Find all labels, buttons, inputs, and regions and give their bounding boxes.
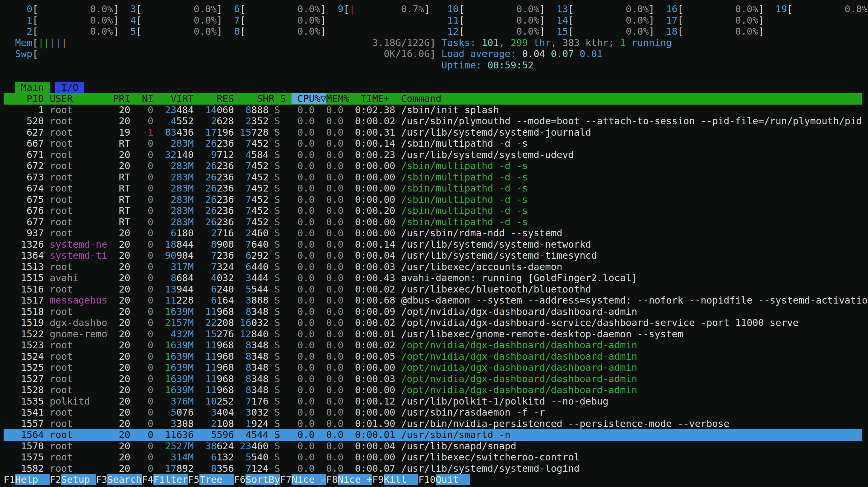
fkey-f5-button[interactable]: Tree	[199, 474, 234, 485]
process-row-675[interactable]: 675 root RT 0 283M 26236 7452 S 0.0 0.0 …	[4, 194, 868, 205]
pid-cell: 1513	[4, 261, 44, 272]
user-cell: root	[50, 171, 107, 183]
shr-cell: 7176	[240, 396, 269, 407]
res-cell: 11968	[199, 362, 234, 373]
process-row-1523[interactable]: 1523 root 20 0 1639M 11968 8348 S 0.0 0.…	[4, 340, 868, 351]
res-cell: 7324	[199, 261, 234, 272]
col-header-shr[interactable]: SHR	[240, 93, 275, 104]
fkey-f7-button[interactable]: Nice -	[291, 474, 326, 485]
meter-open-bracket: [	[678, 26, 683, 37]
mem-pct-cell: 0.0	[320, 138, 344, 149]
process-row-1515[interactable]: 1515 avahi 20 0 8684 4032 3444 S 0.0 0.0…	[4, 272, 868, 284]
fkey-f8-button[interactable]: Nice +	[338, 474, 372, 485]
process-row-1570[interactable]: 1570 root 20 0 2527M 38624 23460 S 0.0 0…	[4, 441, 868, 452]
htop-terminal: 0[ 0.0%] 3[ 0.0%] 6[ 0.0%] 9[| 0.7%] 10[…	[0, 0, 868, 487]
shr-cell: 7452	[240, 160, 269, 171]
process-row-1535[interactable]: 1535 polkitd 20 0 376M 10252 7176 S 0.0 …	[4, 396, 868, 407]
fkey-f3-button[interactable]: Search	[107, 474, 142, 485]
cpu-meter-pct: 0.0%	[516, 14, 539, 26]
process-row-1524[interactable]: 1524 root 20 0 1639M 11968 8348 S 0.0 0.…	[4, 351, 868, 362]
pid-cell: 677	[4, 216, 44, 228]
process-row-672[interactable]: 672 root 20 0 283M 26236 7452 S 0.0 0.0 …	[4, 160, 868, 172]
nice-cell: 0	[136, 216, 153, 228]
fkey-f10-button[interactable]: Quit	[436, 474, 470, 485]
mem-pct-cell: 0.0	[320, 250, 344, 261]
fkey-f4-button[interactable]: Filter	[153, 474, 188, 485]
mem-pct-cell: 0.0	[320, 149, 344, 160]
command-cell: /usr/sbin/rdma-ndd --systemd	[401, 227, 562, 239]
user-cell: root	[50, 127, 107, 138]
priority-cell: RT	[113, 183, 130, 194]
cpu-meter-9: 9[| 0.7%]	[326, 3, 430, 14]
state-cell: S	[274, 362, 280, 373]
priority-cell: 20	[113, 239, 130, 250]
process-row-676[interactable]: 676 root RT 0 283M 26236 7452 S 0.0 0.0 …	[4, 205, 868, 217]
process-row-627[interactable]: 627 root 19 -1 83436 17196 15728 S 0.0 0…	[4, 127, 868, 138]
meter-close-bracket: ]	[539, 14, 545, 26]
cpu-meter-8: 8[ 0.0%]	[222, 26, 326, 37]
command-cell: /usr/lib/snapd/snapd	[401, 441, 516, 452]
fkey-f1-button[interactable]: Help	[15, 474, 50, 485]
col-header-virt[interactable]: VIRT	[159, 93, 194, 104]
process-row-1541[interactable]: 1541 root 20 0 5076 3404 3032 S 0.0 0.0 …	[4, 407, 868, 418]
nice-cell: 0	[136, 138, 153, 149]
process-row-1575[interactable]: 1575 root 20 0 314M 6132 5540 S 0.0 0.0 …	[4, 452, 868, 463]
fkey-f2-button[interactable]: Setup	[61, 474, 96, 485]
process-row-1517[interactable]: 1517 messagebus 20 0 11228 6164 3888 S 0…	[4, 295, 868, 306]
res-cell: 22208	[199, 317, 234, 328]
col-header-ni[interactable]: NI	[136, 93, 153, 104]
cpu-pct-cell: 0.0	[286, 441, 315, 452]
process-row-1513[interactable]: 1513 root 20 0 317M 7324 6440 S 0.0 0.0 …	[4, 261, 868, 273]
meter-open-bracket: [	[136, 14, 142, 26]
process-row-1519[interactable]: 1519 dgx-dashbo 20 0 2157M 22208 16032 S…	[4, 317, 868, 329]
process-row-1525[interactable]: 1525 root 20 0 1639M 11968 8348 S 0.0 0.…	[4, 362, 868, 374]
tab-main[interactable]: Main	[15, 82, 50, 93]
cpu-pct-cell: 0.0	[286, 138, 315, 149]
tab-io[interactable]: I/O	[55, 82, 84, 93]
process-row-1518[interactable]: 1518 root 20 0 1639M 11968 8348 S 0.0 0.…	[4, 306, 868, 318]
col-header-cpu-sorted[interactable]: CPU%▽	[291, 93, 326, 104]
process-row-674[interactable]: 674 root RT 0 283M 26236 7452 S 0.0 0.0 …	[4, 183, 868, 194]
state-cell: S	[274, 429, 280, 441]
process-row-1528[interactable]: 1528 root 20 0 1639M 11968 8348 S 0.0 0.…	[4, 385, 868, 396]
col-header-res[interactable]: RES	[199, 93, 234, 104]
process-row-937[interactable]: 937 root 20 0 6180 2716 2460 S 0.0 0.0 0…	[4, 228, 868, 239]
col-header-pid[interactable]: PID	[4, 93, 44, 104]
col-header-mem[interactable]: MEM%	[326, 93, 349, 104]
cpu-meter-pct: 0.0%	[298, 14, 320, 26]
fkey-f9-button[interactable]: Kill	[384, 474, 418, 485]
process-row-673[interactable]: 673 root RT 0 283M 26236 7452 S 0.0 0.0 …	[4, 172, 868, 183]
priority-cell: RT	[113, 138, 130, 149]
pid-cell: 1522	[4, 328, 44, 340]
process-row-1564[interactable]: 1564 root 20 0 11636 5596 4544 S 0.0 0.0…	[4, 429, 868, 441]
col-header-state[interactable]: S	[280, 93, 286, 104]
process-row-677[interactable]: 677 root RT 0 283M 26236 7452 S 0.0 0.0 …	[4, 217, 868, 228]
col-header-user[interactable]: USER	[50, 93, 107, 104]
swap-meter: Swp[ 0K/16.0G]	[15, 48, 436, 60]
cpu-meter-14: 14[ 0.0%]	[551, 14, 654, 26]
cpu-meter-3: 3[ 0.0%]	[119, 3, 222, 14]
process-row-671[interactable]: 671 root 20 0 32140 9712 4584 S 0.0 0.0 …	[4, 150, 868, 161]
res-cell: 3404	[199, 407, 234, 418]
process-row-1527[interactable]: 1527 root 20 0 1639M 11968 8348 S 0.0 0.…	[4, 374, 868, 385]
process-row-1582[interactable]: 1582 root 20 0 17892 8356 7124 S 0.0 0.0…	[4, 463, 868, 475]
nice-cell: 0	[136, 115, 153, 127]
process-row-1516[interactable]: 1516 root 20 0 13944 6240 5544 S 0.0 0.0…	[4, 284, 868, 295]
command-cell: @dbus-daemon --system --address=systemd:…	[401, 295, 868, 306]
fkey-f3-key: F3	[96, 474, 107, 485]
col-header-command[interactable]: Command	[401, 93, 441, 104]
priority-cell: 20	[113, 418, 130, 429]
process-row-667[interactable]: 667 root RT 0 283M 26236 7452 S 0.0 0.0 …	[4, 138, 868, 150]
meter-close-bracket: ]	[217, 26, 222, 37]
process-row-1522[interactable]: 1522 gnome-remo 20 0 432M 15276 12840 S …	[4, 329, 868, 340]
process-row-1557[interactable]: 1557 root 20 0 3308 2108 1924 S 0.0 0.0 …	[4, 418, 868, 430]
process-row-1326[interactable]: 1326 systemd-ne 20 0 18844 8908 7640 S 0…	[4, 239, 868, 250]
fkey-f6-button[interactable]: SortBy	[246, 474, 280, 485]
process-row-1[interactable]: 1 root 20 0 23484 14060 8888 S 0.0 0.0 0…	[4, 104, 868, 116]
pid-cell: 667	[4, 138, 44, 149]
col-header-pri[interactable]: PRI	[113, 93, 130, 104]
col-header-time[interactable]: TIME+	[349, 93, 401, 104]
command-cell: /opt/nvidia/dgx-dashboard/dashboard-admi…	[401, 373, 637, 385]
process-row-1364[interactable]: 1364 systemd-ti 20 0 90904 7236 6292 S 0…	[4, 250, 868, 261]
process-row-520[interactable]: 520 root 20 0 4552 2628 2352 S 0.0 0.0 0…	[4, 116, 868, 127]
